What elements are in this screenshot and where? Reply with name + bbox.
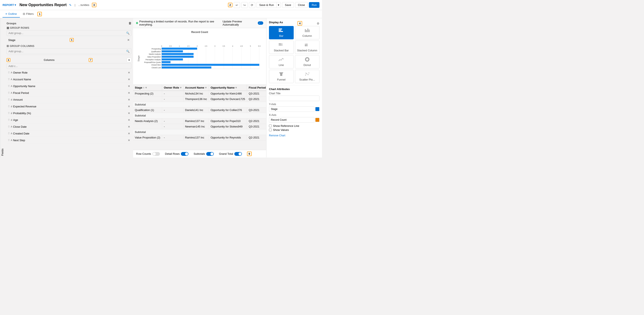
refresh-button[interactable]: ⟳ [249,2,255,8]
x-axis-field-label: X-Axis [269,114,320,117]
chart-type-donut[interactable]: Donut [295,55,320,69]
redo-button[interactable]: ↪ [241,2,248,8]
chart-type-scatter[interactable]: Scatter Plo... [295,70,320,83]
col-divider [6,89,132,90]
sidebar-column-item: ⠿ # Expected Revenue ✕ [6,104,132,109]
col-text-icon: A [11,92,12,94]
remove-col-button[interactable]: ✕ [128,91,130,95]
y-axis-input[interactable] [269,106,314,112]
columns-dropdown-button[interactable]: ▾ [127,58,132,62]
chart-type-stacked-column[interactable]: Stacked Column [295,41,320,54]
show-values-checkbox[interactable] [269,129,272,131]
chart-attributes-title: Chart Attributes [269,88,320,91]
table-col-header-3[interactable]: Opportunity Name▾ [209,85,247,91]
table-col-header-0[interactable]: Stage ↑▾ [133,85,162,91]
save-button[interactable]: Save [282,2,294,8]
chart-type-funnel[interactable]: Funnel [269,70,294,83]
col-menu-icon[interactable]: ▾ [180,86,182,89]
col-name: Opportunity Name [13,85,36,88]
col-text-icon: A [11,139,12,141]
chart-type-bar[interactable]: Bar [269,26,294,39]
col-drag-handle[interactable]: ⠿ [8,98,10,101]
remove-col-button[interactable]: ✕ [128,71,130,74]
col-drag-handle[interactable]: ⠿ [8,125,10,128]
chart-title-input[interactable] [269,96,320,101]
tab-filters[interactable]: ⊟ Filters [20,11,36,18]
remove-col-button[interactable]: ✕ [128,132,130,135]
chart-type-stacked-bar[interactable]: Stacked Bar [269,41,294,54]
donut-chart-label: Donut [304,63,311,67]
col-menu-icon[interactable]: ▾ [235,86,237,89]
svg-rect-30 [162,56,194,58]
remove-col-button[interactable]: ✕ [128,139,130,142]
donut-chart-icon [296,57,318,63]
col-name: Age [13,118,18,122]
col-menu-icon[interactable]: ▾ [145,86,147,89]
add-group-rows-input[interactable]: Add group... 🔍 [6,30,132,36]
col-divider [6,83,132,83]
col-drag-handle[interactable]: ⠿ [8,91,10,95]
delete-groups-icon[interactable]: 🗑 [128,22,132,25]
row-counts-toggle[interactable] [152,152,160,156]
chart-type-line[interactable]: Line [269,55,294,69]
detail-rows-toggle-group: Detail Rows [165,152,188,156]
col-divider [6,96,132,96]
remove-col-button[interactable]: ✕ [128,105,130,108]
col-menu-icon[interactable]: ▾ [205,86,207,89]
edit-title-icon[interactable]: ✎ [69,4,72,7]
chart-inner: Stage 00.511.522.533.544.555.5Prospectin… [137,35,262,82]
col-drag-handle[interactable]: ⠿ [8,105,10,108]
run-button[interactable]: Run [309,2,320,8]
y-axis-color-swatch[interactable] [315,107,320,111]
svg-rect-38 [162,67,211,69]
save-run-button[interactable]: Save & Run [256,2,276,8]
table-area[interactable]: Stage ↑▾Owner Role▾Account Name▾Opportun… [133,85,266,150]
col-drag-handle[interactable]: ⠿ [8,118,10,122]
add-column-input[interactable]: Add c... [6,63,132,69]
col-drag-handle[interactable]: ⠿ [8,78,10,81]
remove-col-button[interactable]: ✕ [128,85,130,88]
report-dropdown-icon[interactable]: ▾ [14,4,16,7]
svg-text:5.5: 5.5 [258,45,260,47]
svg-rect-49 [279,43,281,44]
remove-col-button[interactable]: ✕ [128,118,130,122]
subtotals-toggle[interactable] [206,152,214,156]
table-col-header-4[interactable]: Fiscal Period▾ [247,85,266,91]
chart-type-column[interactable]: Column [295,26,320,39]
stage-cell: Value Proposition (2) [133,135,162,140]
remove-col-button[interactable]: ✕ [128,98,130,101]
undo-button[interactable]: ↩ [234,2,240,8]
grand-total-toggle[interactable] [234,152,242,156]
col-drag-handle[interactable]: ⠿ [8,112,10,115]
table-col-header-2[interactable]: Account Name▾ [183,85,209,91]
update-preview-toggle[interactable] [258,21,263,25]
col-drag-handle[interactable]: ⠿ [8,132,10,135]
annotation-1: 1 [38,12,42,16]
remove-col-button[interactable]: ✕ [128,78,130,81]
remove-col-button[interactable]: ✕ [128,125,130,128]
col-drag-handle[interactable]: ⠿ [8,71,10,74]
save-dropdown-button[interactable]: ▾ [276,2,281,8]
settings-icon[interactable]: ⚙ [317,22,320,25]
x-axis-input[interactable] [269,117,314,123]
remove-chart-button[interactable]: Remove Chart [269,134,285,137]
stage-cell: Needs Analysis (2) [133,118,162,124]
fiscal-cell: Q3-2021 [247,91,266,96]
col-drag-handle[interactable]: ⠿ [8,85,10,88]
col-drag-handle[interactable]: ⠿ [8,139,10,142]
table-col-header-1[interactable]: Owner Role▾ [162,85,183,91]
right-panel: Display As 4 ⚙ BarColumnStacked BarStack… [266,18,322,158]
add-group-cols-input[interactable]: Add group... 🔍 [6,48,132,54]
subheader-tabs: ≡ Outline ⊟ Filters 1 [0,10,322,18]
bar-chart-label: Bar [279,34,283,38]
show-reference-line-checkbox[interactable] [269,125,272,127]
tab-outline[interactable]: ≡ Outline [2,11,20,18]
x-axis-color-swatch[interactable] [315,118,320,122]
close-button[interactable]: Close [295,2,308,8]
remove-stage-button[interactable]: ✕ [127,38,130,42]
show-values-row: Show Values [269,128,320,132]
detail-rows-toggle[interactable] [181,152,188,156]
col-divider [6,137,132,137]
remove-col-button[interactable]: ✕ [128,112,130,115]
bar-chart-icon [270,28,293,34]
